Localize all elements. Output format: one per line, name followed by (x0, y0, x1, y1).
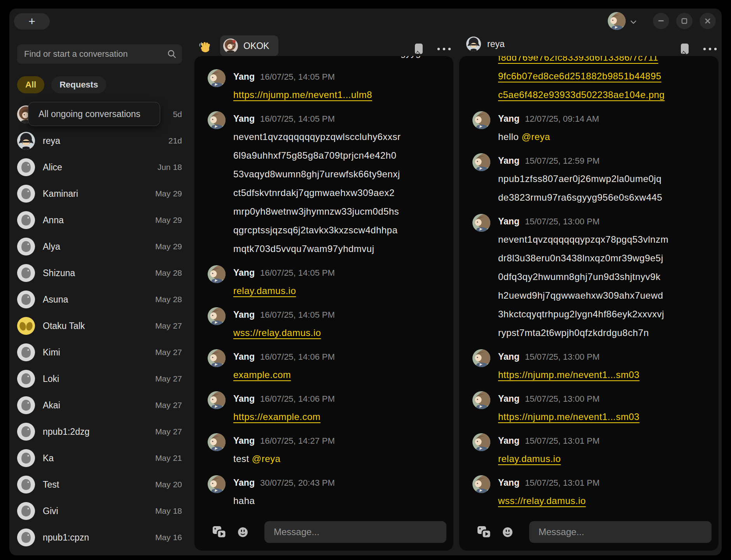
message-text: npub1zfss807aer0j26mwp2la0ume0jq (498, 173, 661, 184)
message-input[interactable] (529, 521, 712, 543)
message-line: 9fc6b07ed8ce6d251882b9851b44895 (498, 67, 709, 86)
chevron-down-icon[interactable] (630, 19, 637, 26)
chat-header-actions (414, 43, 451, 55)
message-text: haha (233, 495, 255, 506)
window-minimize-button[interactable] (653, 13, 669, 29)
message-group: Yang30/07/25, 20:43 PMhaha (208, 474, 444, 510)
search-input[interactable] (17, 44, 182, 64)
emoji-button[interactable] (502, 526, 514, 538)
message-link[interactable]: c5ae6f482e93933d502238ae104e.png (498, 89, 665, 100)
new-conversation-button[interactable]: + (14, 13, 50, 30)
message-input[interactable] (264, 521, 446, 543)
more-options-icon[interactable] (437, 47, 451, 51)
filter-requests[interactable]: Requests (51, 76, 106, 93)
message-link[interactable]: example.com (233, 369, 291, 380)
conversation-row[interactable]: GiviMay 18 (14, 498, 182, 524)
message-link[interactable]: relay.damus.io (498, 453, 561, 464)
chat-header-reya[interactable]: reya (466, 37, 505, 51)
message-line: rypst7mta2t6wpjh0qfzkdrdgu8ch7n (498, 324, 709, 342)
message-link[interactable]: 9fc6b07ed8ce6d251882b9851b44895 (498, 71, 661, 81)
conversation-date: May 27 (155, 348, 182, 357)
conversation-name: Alice (43, 162, 157, 173)
note-icon[interactable] (680, 43, 691, 55)
conversation-row[interactable]: KimiMay 27 (14, 339, 182, 366)
message-link[interactable]: https://njump.me/nevent1...sm03 (498, 369, 640, 380)
message-text: 6l9a9uhhxf75g85g8a709tprjcn4e42h0 (233, 150, 397, 161)
message-link[interactable]: f8dd769e762fc83393d6f13386/7c711 (498, 56, 658, 63)
message-author: Yang (233, 114, 255, 124)
message-group: Yang16/07/25, 14:05 PMwss://relay.damus.… (208, 306, 444, 342)
default-avatar (17, 238, 35, 256)
conversation-row[interactable]: AkaiMay 27 (14, 392, 182, 418)
yang-avatar (208, 69, 226, 87)
conversation-row[interactable]: ShizunaMay 28 (14, 260, 182, 286)
message-author: Yang (498, 394, 519, 404)
message-text: ct5dfskvtnrdakj7qgmwaehxw309aex2 (233, 187, 395, 198)
message-header: Yang16/07/25, 14:05 PM (233, 264, 444, 282)
message-timestamp: 15/07/25, 12:59 PM (525, 156, 600, 166)
message-link[interactable]: https://njump.me/nevent1...sm03 (498, 411, 640, 422)
message-link[interactable]: relay.damus.io (233, 285, 296, 296)
message-group: f8dd769e762fc83393d6f13386/7c7119fc6b07e… (472, 56, 709, 104)
message-composer (212, 521, 446, 543)
attach-media-button[interactable] (212, 525, 227, 539)
conversation-row[interactable]: npub1:cpznMay 16 (14, 524, 182, 551)
conversation-row[interactable]: KaminariMay 29 (14, 180, 182, 207)
attach-media-button[interactable] (477, 525, 491, 539)
message-link[interactable]: wss://relay.damus.io (233, 327, 321, 338)
conversation-row[interactable]: LokiMay 27 (14, 366, 182, 392)
chat-title: OKOK (243, 41, 269, 51)
emoji-button[interactable] (237, 526, 249, 538)
window-close-button[interactable] (700, 13, 716, 29)
message-link[interactable]: wss://relay.damus.io (498, 495, 586, 506)
tooltip-all-ongoing-conversations: All ongoing conversations (28, 102, 160, 126)
conversation-list: 5dreya21dAliceJun 18KaminariMay 29AnnaMa… (14, 101, 182, 551)
conversation-row[interactable]: KaMay 21 (14, 445, 182, 471)
message-author: Yang (233, 72, 255, 82)
message-timestamp: 16/07/25, 14:27 PM (260, 436, 335, 446)
message-author: Yang (498, 156, 519, 166)
filter-all[interactable]: All (17, 76, 44, 93)
window-maximize-button[interactable] (676, 13, 693, 29)
yang-avatar (472, 214, 490, 232)
message-author: Yang (498, 114, 519, 124)
conversation-row[interactable]: npub1:2dzgMay 27 (14, 418, 182, 445)
message-header: Yang16/07/25, 14:05 PM (233, 68, 444, 86)
message-list: f8dd769e762fc83393d6f13386/7c7119fc6b07e… (472, 56, 709, 510)
chat-panel-okok: gyygYang16/07/25, 14:05 PMhttps://njump.… (194, 56, 453, 551)
account-avatar[interactable] (608, 12, 626, 30)
more-options-icon[interactable] (703, 47, 717, 51)
conversation-row[interactable]: Otaku TalkMay 27 (14, 313, 182, 339)
conversation-row[interactable]: AlyaMay 29 (14, 233, 182, 260)
default-avatar (17, 343, 35, 361)
mention-reya[interactable]: @reya (252, 453, 281, 464)
message-header: Yang12/07/25, 09:14 AM (498, 110, 709, 128)
message-link[interactable]: https://example.com (233, 411, 320, 422)
message-author: Yang (498, 436, 519, 446)
message-group: Yang16/07/25, 14:06 PMexample.com (208, 348, 444, 384)
message-text: 3hkctcqyqtrhpug2lygn4hf86eyk2xxvxvj (498, 309, 664, 319)
message-line: 53vaqyd8wumn8ghj7urewfsk66ty9enxj (233, 165, 444, 184)
conversation-row[interactable]: AliceJun 18 (14, 154, 182, 180)
conversation-row[interactable]: AsunaMay 28 (14, 286, 182, 313)
message-line: 6l9a9uhhxf75g85g8a709tprjcn4e42h0 (233, 146, 444, 165)
message-group: Yang15/07/25, 13:00 PMnevent1qvzqqqqqqyp… (472, 213, 709, 342)
conversation-row[interactable]: reya21d (14, 128, 182, 154)
conversation-row[interactable]: TestMay 20 (14, 471, 182, 498)
conversation-name: Akai (43, 400, 155, 411)
message-link[interactable]: https://njump.me/nevent1...ulm8 (233, 89, 372, 100)
message-line: h2uewd9hj7qgwwaehxw309ahx7uewd (498, 286, 709, 305)
conversation-row[interactable]: AnnaMay 29 (14, 207, 182, 233)
conversation-date: May 16 (155, 533, 182, 542)
message-line: mrp0yh8wetnw3jhymnzw33jucm0d5hs (233, 202, 444, 221)
conversation-date: May 28 (155, 268, 182, 278)
mention-reya[interactable]: @reya (521, 131, 550, 142)
chat-header-okok[interactable]: OKOK (220, 35, 278, 56)
conversation-date: May 27 (155, 374, 182, 383)
message-line: wss://relay.damus.io (498, 492, 709, 510)
note-icon[interactable] (414, 43, 425, 55)
message-line: npub1zfss807aer0j26mwp2la0ume0jq (498, 170, 709, 188)
message-text: 0dfq3qy2hwumn8ghj7un9d3shjtnyv9k (498, 271, 661, 282)
chat-panel-reya: f8dd769e762fc83393d6f13386/7c7119fc6b07e… (459, 56, 719, 551)
message-timestamp: 15/07/25, 13:01 PM (525, 478, 600, 488)
